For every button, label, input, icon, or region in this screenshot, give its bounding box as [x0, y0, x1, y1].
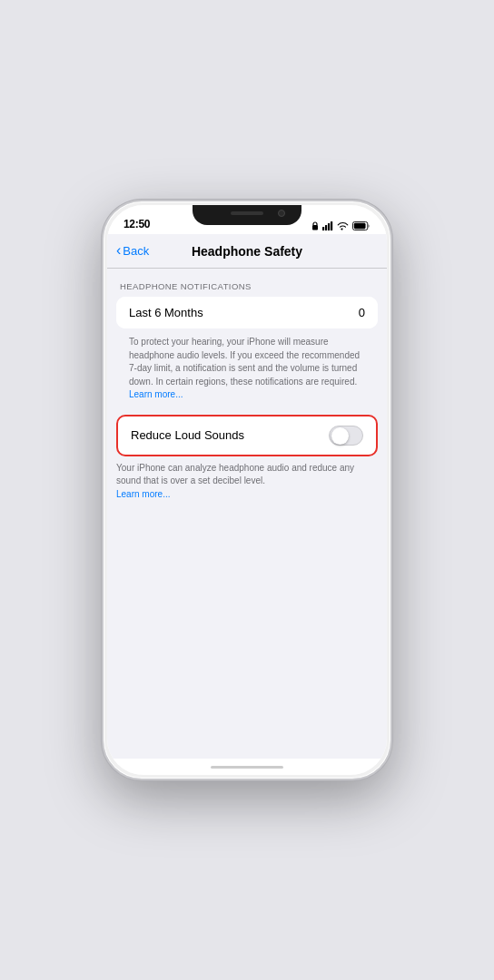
period-value: 0 [359, 306, 365, 319]
power-button[interactable] [391, 283, 392, 316]
reduce-loud-sounds-card: Reduce Loud Sounds [116, 415, 378, 456]
svg-rect-1 [322, 227, 324, 230]
front-camera [278, 210, 285, 217]
signal-icon [322, 221, 333, 230]
speaker-grille [231, 211, 263, 215]
notch [193, 205, 301, 225]
toggle-track [329, 426, 363, 446]
svg-rect-3 [328, 223, 330, 230]
back-chevron-icon: ‹ [116, 243, 121, 258]
svg-rect-4 [331, 221, 332, 230]
period-label: Last 6 Months [129, 306, 203, 319]
page-title: Headphone Safety [192, 244, 302, 259]
back-label: Back [123, 244, 149, 258]
reduce-description: Your iPhone can analyze headphone audio … [116, 462, 378, 502]
home-bar [211, 766, 283, 769]
learn-more-link-2[interactable]: Learn more... [116, 489, 170, 499]
period-row[interactable]: Last 6 Months 0 [116, 297, 378, 328]
volume-up-button[interactable] [102, 274, 103, 294]
svg-rect-0 [312, 225, 318, 230]
phone-frame: 12:50 [102, 200, 392, 780]
section-label-headphone-notifications: HEADPHONE NOTIFICATIONS [107, 281, 387, 291]
settings-content: HEADPHONE NOTIFICATIONS Last 6 Months 0 … [107, 269, 387, 759]
status-time: 12:50 [124, 218, 150, 230]
phone-screen: 12:50 [107, 205, 387, 775]
headphone-description: To protect your hearing, your iPhone wil… [116, 328, 378, 402]
back-button[interactable]: ‹ Back [116, 244, 149, 258]
period-card: Last 6 Months 0 [116, 297, 378, 328]
learn-more-link-1[interactable]: Learn more... [129, 389, 183, 399]
svg-rect-6 [354, 223, 366, 229]
reduce-loud-sounds-label: Reduce Loud Sounds [131, 428, 244, 442]
reduce-loud-sounds-toggle[interactable] [329, 426, 363, 446]
battery-icon [352, 221, 370, 230]
navigation-bar: ‹ Back Headphone Safety [107, 234, 387, 269]
toggle-thumb [331, 427, 349, 445]
svg-rect-2 [325, 225, 327, 230]
lock-icon [311, 221, 319, 230]
home-indicator [107, 759, 387, 775]
status-icons [311, 221, 370, 230]
volume-down-button[interactable] [102, 301, 103, 321]
wifi-icon [337, 221, 349, 230]
reduce-loud-sounds-section: Reduce Loud Sounds Your iPhone can analy… [116, 415, 378, 502]
